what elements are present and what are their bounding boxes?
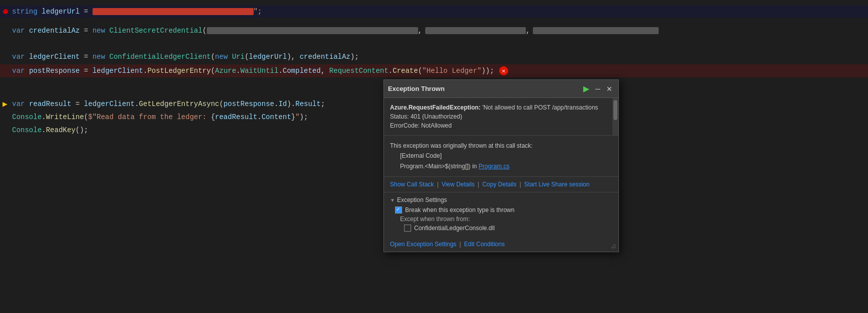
expand-icon: ▼ bbox=[390, 197, 395, 203]
resize-handle[interactable]: ⊿ bbox=[610, 242, 616, 250]
code-line-5: var postResponse = ledgerClient . PostLe… bbox=[0, 64, 868, 77]
popup-header: Exception Thrown ▶ ─ ✕ bbox=[384, 80, 618, 98]
call-stack-line2: Program.<Main>$(string[]) in Program.cs bbox=[390, 161, 612, 171]
exception-popup: Exception Thrown ▶ ─ ✕ Azure.RequestFail… bbox=[383, 79, 619, 252]
settings-header-label: Exception Settings bbox=[397, 196, 447, 203]
execution-arrow: ▶ bbox=[3, 99, 8, 109]
except-label: Except when thrown from: bbox=[400, 216, 470, 223]
popup-title: Exception Thrown bbox=[388, 85, 445, 92]
scrollbar[interactable] bbox=[612, 98, 618, 135]
breakpoint-dot bbox=[3, 9, 8, 14]
minimize-button[interactable]: ─ bbox=[593, 84, 602, 94]
settings-links-row: Open Exception Settings | Edit Condition… bbox=[384, 239, 618, 252]
settings-header: ▼ Exception Settings bbox=[390, 196, 612, 203]
code-line-3 bbox=[0, 37, 868, 50]
redacted-credential bbox=[207, 27, 418, 34]
redacted-value bbox=[93, 8, 254, 15]
status-line: Status: 401 (Unauthorized) bbox=[390, 113, 462, 120]
keyword-string: string bbox=[12, 8, 37, 16]
break-setting-row: Break when this exception type is thrown bbox=[390, 206, 612, 214]
break-checkbox[interactable] bbox=[395, 206, 402, 214]
exception-text: Azure.RequestFailedException: 'Not allow… bbox=[384, 98, 612, 135]
open-exception-settings-link[interactable]: Open Exception Settings bbox=[390, 241, 456, 248]
settings-section: ▼ Exception Settings Break when this exc… bbox=[384, 192, 618, 239]
close-button[interactable]: ✕ bbox=[604, 84, 614, 94]
except-label-row: Except when thrown from: bbox=[390, 216, 612, 223]
error-badge: ✕ bbox=[499, 66, 508, 75]
code-line-4: var ledgerClient = new ConfidentialLedge… bbox=[0, 50, 868, 63]
exception-type: Azure.RequestFailedException: bbox=[390, 104, 481, 111]
code-line-2: var credentialAz = new ClientSecretCrede… bbox=[0, 24, 868, 37]
call-stack-line1: [External Code] bbox=[390, 151, 612, 161]
actions-row: Show Call Stack | View Details | Copy De… bbox=[384, 177, 618, 192]
dll-checkbox[interactable] bbox=[404, 225, 411, 232]
error-code-line: ErrorCode: NotAllowed bbox=[390, 122, 452, 129]
var-ledger-url: ledgerUrl bbox=[42, 8, 80, 16]
exception-msg: 'Not allowed to call POST /app/transacti… bbox=[482, 104, 598, 111]
call-stack-header: This exception was originally thrown at … bbox=[390, 141, 612, 151]
exception-message-area: Azure.RequestFailedException: 'Not allow… bbox=[384, 98, 618, 136]
view-details-link[interactable]: View Details bbox=[442, 181, 475, 188]
dll-row: ConfidentialLedgerConsole.dll bbox=[390, 225, 612, 232]
continue-button[interactable]: ▶ bbox=[581, 83, 591, 94]
scrollbar-thumb bbox=[613, 100, 617, 120]
call-stack-section: This exception was originally thrown at … bbox=[384, 136, 618, 177]
copy-details-link[interactable]: Copy Details bbox=[482, 181, 516, 188]
show-call-stack-link[interactable]: Show Call Stack bbox=[390, 181, 434, 188]
start-live-share-link[interactable]: Start Live Share session bbox=[524, 181, 590, 188]
code-line-1: string ledgerUrl = "; bbox=[0, 5, 868, 18]
program-cs-link[interactable]: Program.cs bbox=[479, 163, 509, 170]
popup-controls: ▶ ─ ✕ bbox=[581, 83, 614, 94]
edit-conditions-link[interactable]: Edit Conditions bbox=[464, 241, 505, 248]
dll-label: ConfidentialLedgerConsole.dll bbox=[414, 225, 495, 232]
break-label: Break when this exception type is thrown bbox=[405, 206, 514, 214]
